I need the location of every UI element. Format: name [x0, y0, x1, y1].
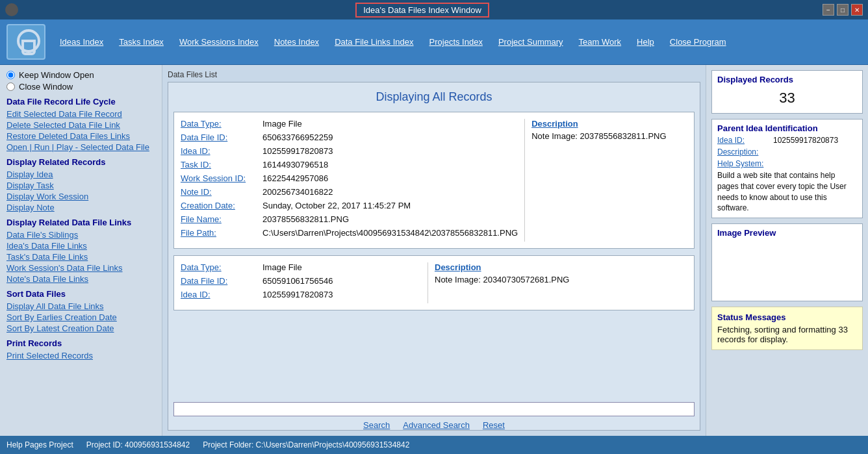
- datafileid-value: 650633766952259: [262, 132, 333, 142]
- search-bar: [173, 399, 695, 418]
- app-icon: [5, 3, 18, 16]
- field-row-filepath: File Path: C:\Users\Darren\Projects\4009…: [181, 228, 518, 238]
- creationdate-value: Sunday, October 22, 2017 11:45:27 PM: [262, 201, 411, 210]
- search-button[interactable]: Search: [363, 420, 390, 430]
- menu-projects-index[interactable]: Projects Index: [422, 34, 491, 49]
- worksessionid-value: 16225442957086: [262, 173, 328, 183]
- window-title: Idea's Data Files Index Window: [355, 3, 489, 18]
- table-row: Data Type: Image File Data File ID: 6505…: [173, 255, 695, 310]
- menu-team-work[interactable]: Team Work: [571, 34, 630, 49]
- project-folder-label: Project Folder: C:\Users\Darren\Projects…: [203, 440, 409, 449]
- section-display-title: Display Related Records: [6, 157, 155, 167]
- menu-data-file-links-index[interactable]: Data File Links Index: [327, 34, 421, 49]
- keep-window-open-radio[interactable]: Keep Window Open: [6, 70, 155, 80]
- sort-latest-link[interactable]: Sort By Latest Creation Date: [6, 323, 155, 333]
- display-all-link[interactable]: Display All Data File Links: [6, 301, 155, 311]
- help-pages-label: Help Pages Project: [6, 440, 73, 449]
- menu-work-sessions-index[interactable]: Work Sessions Index: [172, 34, 266, 49]
- table-row: Data Type: Image File Data File ID: 6506…: [173, 112, 695, 249]
- field-row-datafileid: Data File ID: 650591061756546: [181, 276, 421, 286]
- edit-selected-link[interactable]: Edit Selected Data File Record: [6, 109, 155, 119]
- records-panel: Displaying All Records Data Type: Image …: [168, 82, 700, 431]
- parent-idea-section: Parent Idea Identification Idea ID: 1025…: [711, 119, 863, 218]
- displayed-records-section: Displayed Records 33: [711, 70, 863, 114]
- reset-button[interactable]: Reset: [483, 420, 505, 430]
- datafileid-label: Data File ID:: [181, 132, 259, 142]
- search-buttons: Search Advanced Search Reset: [173, 418, 695, 430]
- ideaid-label: Idea ID:: [181, 290, 259, 299]
- field-row-worksessionid: Work Session ID: 16225442957086: [181, 173, 518, 183]
- status-text: Fetching, sorting and formatting 33 reco…: [717, 325, 857, 344]
- center-content: Data Files List Displaying All Records D…: [162, 65, 706, 436]
- parent-idea-id-row: Idea ID: 102559917820873: [717, 136, 857, 145]
- main-area: Keep Window Open Close Window Data File …: [0, 65, 868, 436]
- filepath-value: C:\Users\Darren\Projects\400956931534842…: [262, 228, 518, 238]
- help-system-text: Build a web site that contains help page…: [717, 170, 857, 214]
- delete-selected-link[interactable]: Delete Selected Data File Link: [6, 120, 155, 130]
- filename-label: File Name:: [181, 214, 259, 224]
- datatype-label: Data Type:: [181, 262, 259, 272]
- datafileid-value: 650591061756546: [262, 276, 333, 286]
- displaying-header: Displaying All Records: [168, 82, 700, 109]
- idea-links-link[interactable]: Idea's Data File Links: [6, 241, 155, 251]
- section-lifecycle-title: Data File Record Life Cycle: [6, 97, 155, 107]
- title-bar: Idea's Data Files Index Window − □ ✕: [0, 0, 868, 19]
- status-bar: Help Pages Project Project ID: 400956931…: [0, 436, 868, 454]
- sort-earliest-link[interactable]: Sort By Earlies Creation Date: [6, 312, 155, 322]
- open-run-play-link[interactable]: Open | Run | Play - Selected Data File: [6, 142, 155, 152]
- display-note-link[interactable]: Display Note: [6, 203, 155, 212]
- display-work-session-link[interactable]: Display Work Session: [6, 192, 155, 201]
- desc-label: Description: [435, 262, 687, 272]
- field-row-noteid: Note ID: 200256734016822: [181, 187, 518, 197]
- logo-graphic: [14, 29, 38, 55]
- menu-close-program[interactable]: Close Program: [662, 34, 734, 49]
- datatype-value: Image File: [262, 262, 302, 272]
- description-label: Description:: [717, 147, 758, 157]
- image-preview-section: Image Preview: [711, 223, 863, 301]
- displayed-records-title: Displayed Records: [717, 75, 857, 84]
- close-window-button[interactable]: ✕: [851, 4, 863, 16]
- menu-project-summary[interactable]: Project Summary: [491, 34, 571, 49]
- search-input[interactable]: [173, 402, 695, 416]
- field-row-datatype: Data Type: Image File: [181, 262, 421, 272]
- task-links-link[interactable]: Task's Data File Links: [6, 252, 155, 262]
- record-description: Description Note Image: 20340730572681.P…: [428, 262, 687, 303]
- display-idea-link[interactable]: Display Idea: [6, 170, 155, 179]
- record-left: Data Type: Image File Data File ID: 6506…: [181, 119, 518, 242]
- panel-label: Data Files List: [168, 70, 700, 79]
- close-window-radio[interactable]: Close Window: [6, 82, 155, 92]
- taskid-label: Task ID:: [181, 160, 259, 170]
- ideaid-value: 102559917820873: [262, 146, 333, 156]
- menu-notes-index[interactable]: Notes Index: [266, 34, 327, 49]
- desc-value: Note Image: 20378556832811.PNG: [531, 131, 687, 141]
- record-description: Description Note Image: 20378556832811.P…: [524, 119, 687, 242]
- menu-ideas-index[interactable]: Ideas Index: [52, 34, 111, 49]
- field-row-ideaid: Idea ID: 102559917820873: [181, 146, 518, 156]
- worksessionid-label: Work Session ID:: [181, 173, 259, 183]
- field-row-creationdate: Creation Date: Sunday, October 22, 2017 …: [181, 201, 518, 210]
- menu-help[interactable]: Help: [629, 34, 662, 49]
- advanced-search-button[interactable]: Advanced Search: [403, 420, 470, 430]
- maximize-button[interactable]: □: [837, 4, 849, 16]
- field-row-datafileid: Data File ID: 650633766952259: [181, 132, 518, 142]
- records-scroll[interactable]: Data Type: Image File Data File ID: 6506…: [168, 109, 700, 397]
- siblings-link[interactable]: Data File's Siblings: [6, 230, 155, 240]
- idea-id-value: 102559917820873: [773, 136, 838, 145]
- app-logo: [6, 24, 45, 60]
- right-panel: Displayed Records 33 Parent Idea Identif…: [706, 65, 868, 436]
- displayed-records-value: 33: [717, 87, 857, 109]
- display-task-link[interactable]: Display Task: [6, 181, 155, 190]
- note-links-link[interactable]: Note's Data File Links: [6, 274, 155, 284]
- restore-deleted-link[interactable]: Restore Deleted Data Files Links: [6, 131, 155, 141]
- taskid-value: 16144930796518: [262, 160, 328, 170]
- window-behavior-group: Keep Window Open Close Window: [6, 70, 155, 92]
- parent-idea-title: Parent Idea Identification: [717, 123, 857, 133]
- desc-value: Note Image: 20340730572681.PNG: [435, 275, 687, 284]
- minimize-button[interactable]: −: [823, 4, 834, 16]
- print-selected-link[interactable]: Print Selected Records: [6, 351, 155, 360]
- record-left: Data Type: Image File Data File ID: 6505…: [181, 262, 421, 303]
- section-data-file-links-title: Display Related Data File Links: [6, 218, 155, 227]
- menu-tasks-index[interactable]: Tasks Index: [111, 34, 172, 49]
- noteid-label: Note ID:: [181, 187, 259, 197]
- work-session-links-link[interactable]: Work Session's Data File Links: [6, 263, 155, 273]
